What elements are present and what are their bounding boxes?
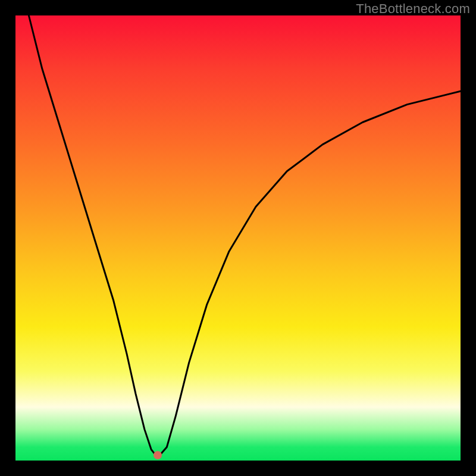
plot-area bbox=[15, 15, 461, 461]
bottleneck-curve bbox=[15, 15, 461, 461]
minimum-marker-dot bbox=[154, 451, 162, 459]
chart-frame: TheBottleneck.com bbox=[0, 0, 476, 476]
watermark-text: TheBottleneck.com bbox=[356, 1, 470, 17]
curve-path bbox=[29, 15, 461, 455]
